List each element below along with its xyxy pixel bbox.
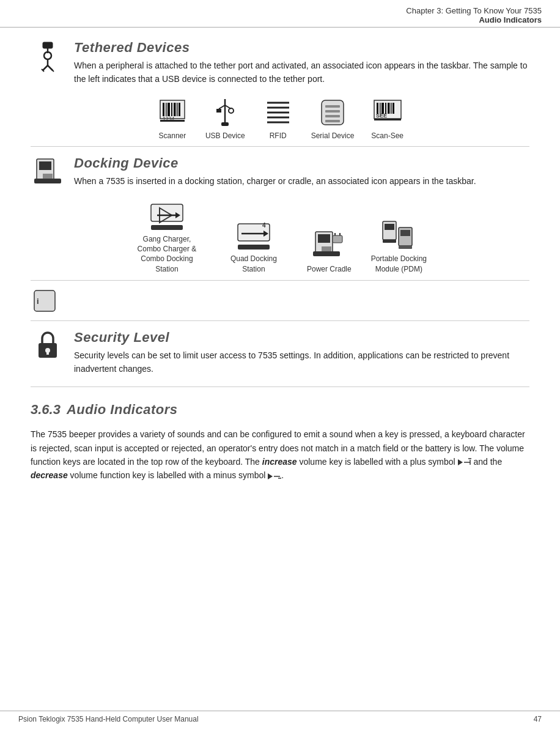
volume-plus-symbol	[458, 457, 471, 468]
audio-body5: .	[281, 470, 284, 480]
scan-see-icon: SEE	[372, 97, 403, 128]
svg-rect-67	[385, 224, 394, 230]
tethered-device-icons: 1234 Scanner USB Device	[31, 97, 529, 140]
svg-rect-34	[325, 120, 340, 122]
docking-device-icons: Gang Charger, Combo Charger &Combo Docki…	[31, 199, 529, 274]
audio-section-number: 3.6.3	[31, 402, 61, 418]
svg-rect-46	[39, 161, 51, 170]
quad-docking-icon: 4	[235, 219, 272, 251]
portable-docking-icon	[380, 219, 417, 251]
power-cradle-icon-item: Power Cradle	[307, 229, 352, 274]
svg-rect-14	[177, 103, 178, 116]
gang-charger-icon-item: Gang Charger, Combo Charger &Combo Docki…	[133, 199, 201, 274]
svg-line-7	[51, 69, 54, 72]
svg-rect-32	[325, 110, 340, 113]
power-cradle-label: Power Cradle	[307, 264, 352, 274]
gang-charger-icon	[149, 199, 185, 231]
security-text: Security levels can be set to limit user…	[74, 349, 529, 375]
svg-rect-42	[392, 103, 394, 114]
svg-rect-24	[221, 122, 229, 126]
audio-body3: and the	[471, 457, 503, 467]
power-cradle-icon	[313, 229, 345, 261]
svg-text:i: i	[37, 297, 39, 306]
security-heading: Security Level	[74, 330, 529, 346]
divider3	[31, 320, 529, 321]
divider2	[31, 280, 529, 281]
docking-device-icon	[34, 157, 61, 183]
docking-body: Docking Device When a 7535 is inserted i…	[74, 155, 529, 188]
svg-line-19	[219, 105, 225, 109]
svg-marker-81	[268, 473, 273, 479]
svg-rect-58	[238, 245, 270, 250]
charger-small-icon: i	[33, 289, 56, 312]
audio-section: 3.6.3 Audio Indicators The 7535 beeper p…	[31, 396, 529, 482]
serial-device-icon	[317, 97, 348, 128]
quad-docking-icon-item: 4 Quad Docking Station	[220, 219, 287, 273]
divider4	[31, 386, 529, 387]
svg-marker-77	[458, 459, 463, 465]
portable-docking-label: Portable DockingModule (PDM)	[371, 254, 427, 273]
audio-decrease: decrease	[31, 470, 68, 480]
svg-rect-31	[325, 105, 340, 108]
svg-rect-71	[399, 246, 412, 249]
audio-section-text: The 7535 beeper provides a variety of so…	[31, 427, 529, 482]
docking-heading: Docking Device	[74, 155, 529, 171]
page-content: Tethered Devices When a peripheral is at…	[0, 34, 560, 501]
svg-rect-53	[151, 225, 183, 230]
svg-rect-44	[374, 119, 401, 120]
scanner-label: Scanner	[159, 131, 186, 140]
scanner-icon: 1234	[157, 97, 188, 128]
volume-minus-symbol	[268, 471, 281, 482]
serial-device-label: Serial Device	[311, 131, 355, 140]
scanner-icon-item: 1234 Scanner	[157, 97, 188, 140]
svg-rect-63	[333, 235, 342, 243]
usb-device-icon-item: USB Device	[205, 97, 245, 140]
gang-charger-label: Gang Charger, Combo Charger &Combo Docki…	[133, 234, 201, 274]
scan-see-label: Scan-See	[371, 131, 403, 140]
usb-device-icon	[209, 97, 241, 128]
tethered-text: When a peripheral is attached to the tet…	[74, 59, 529, 86]
svg-rect-21	[216, 109, 221, 113]
svg-text:SEE: SEE	[376, 113, 387, 119]
svg-text:4: 4	[262, 222, 266, 229]
svg-rect-62	[322, 246, 331, 251]
rfid-icon-item: RFID	[262, 97, 294, 140]
audio-body4: volume function key is labelled with a m…	[68, 470, 268, 480]
docking-section: Docking Device When a 7535 is inserted i…	[31, 155, 529, 188]
charger-standalone-section: i	[33, 289, 529, 314]
svg-rect-76	[46, 350, 49, 355]
audio-increase: increase	[262, 457, 297, 467]
svg-rect-12	[171, 103, 172, 116]
footer-page-number: 47	[534, 715, 542, 723]
svg-rect-11	[168, 103, 170, 116]
tether-icon	[31, 41, 64, 73]
svg-rect-17	[160, 120, 185, 122]
svg-rect-9	[163, 103, 164, 116]
svg-rect-48	[43, 174, 53, 179]
tethered-body: Tethered Devices When a peripheral is at…	[74, 40, 529, 86]
audio-section-heading: Audio Indicators	[67, 402, 178, 418]
svg-rect-10	[166, 103, 167, 116]
page-footer: Psion Teklogix 7535 Hand-Held Computer U…	[0, 711, 560, 723]
svg-rect-61	[313, 251, 340, 256]
svg-rect-13	[174, 103, 176, 116]
portable-docking-icon-item: Portable DockingModule (PDM)	[371, 219, 427, 273]
charger-standalone-icon: i	[33, 289, 67, 314]
docking-text: When a 7535 is inserted in a docking sta…	[74, 175, 529, 188]
rfid-label: RFID	[270, 131, 287, 140]
rfid-icon	[262, 97, 294, 128]
svg-rect-47	[34, 179, 61, 183]
tethered-heading: Tethered Devices	[74, 40, 529, 56]
svg-rect-40	[388, 103, 390, 114]
divider1	[31, 146, 529, 147]
svg-rect-70	[400, 230, 410, 236]
chapter-title: Chapter 3: Getting To Know Your 7535	[18, 6, 542, 15]
usb-device-label: USB Device	[205, 131, 245, 140]
svg-line-4	[43, 65, 48, 70]
tethered-section: Tethered Devices When a peripheral is at…	[31, 40, 529, 86]
docking-section-icon	[31, 157, 64, 183]
security-section-icon	[31, 331, 64, 360]
svg-rect-41	[391, 103, 392, 114]
audio-body2: volume key is labelled with a plus symbo…	[297, 457, 458, 467]
footer-left-text: Psion Teklogix 7535 Hand-Held Computer U…	[18, 715, 199, 723]
